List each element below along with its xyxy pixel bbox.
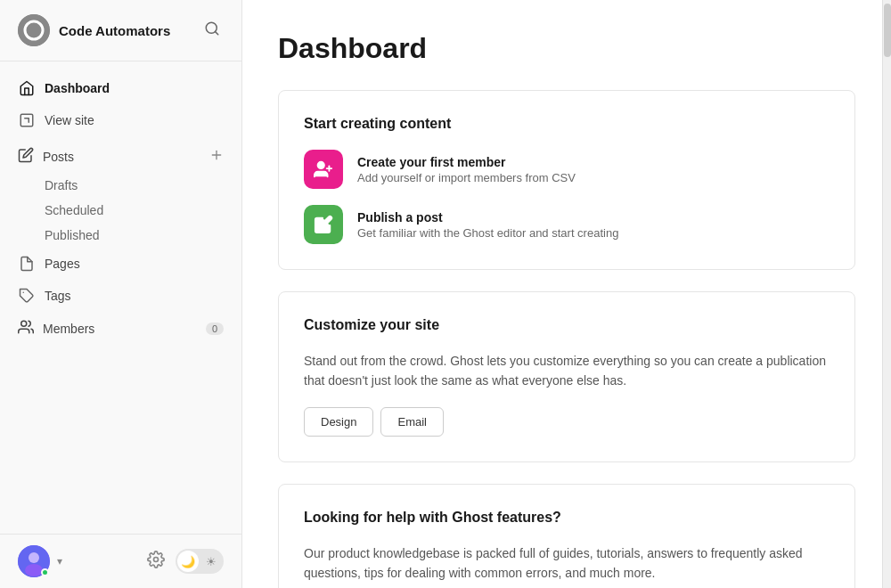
svg-point-11: [25, 564, 43, 576]
create-member-title: Create your first member: [357, 155, 576, 169]
sidebar-item-members[interactable]: Members 0: [0, 312, 241, 345]
home-icon: [18, 79, 36, 97]
sidebar-bottom: ▾ 🌙 ☀: [0, 534, 241, 588]
moon-icon: 🌙: [177, 551, 199, 572]
email-button[interactable]: Email: [380, 407, 444, 437]
sidebar-actions: 🌙 ☀: [147, 549, 224, 574]
sidebar: Code Automators Dashboard View: [0, 0, 242, 588]
publish-post-icon: [304, 205, 343, 244]
svg-point-13: [318, 162, 324, 168]
publish-post-text: Publish a post Get familiar with the Gho…: [357, 210, 618, 240]
sidebar-item-tags[interactable]: Tags: [0, 280, 241, 312]
posts-header[interactable]: Posts: [0, 140, 241, 173]
design-button[interactable]: Design: [304, 407, 373, 437]
search-button[interactable]: [200, 17, 224, 45]
sidebar-item-dashboard-label: Dashboard: [45, 81, 110, 95]
file-icon: [18, 255, 36, 273]
svg-point-8: [21, 321, 27, 326]
create-member-icon: [304, 150, 343, 189]
tag-icon: [18, 287, 36, 305]
customize-desc: Stand out from the crowd. Ghost lets you…: [304, 351, 830, 391]
sidebar-item-view-site[interactable]: View site: [0, 104, 241, 136]
members-label: Members: [43, 322, 94, 336]
create-member-desc: Add yourself or import members from CSV: [357, 171, 576, 184]
help-card: Looking for help with Ghost features? Ou…: [278, 484, 855, 588]
posts-header-left: Posts: [18, 147, 74, 166]
svg-rect-4: [20, 114, 33, 127]
brand-logo: [18, 14, 50, 46]
sun-icon: ☀: [200, 551, 222, 572]
online-indicator: [41, 568, 49, 576]
sidebar-item-scheduled[interactable]: Scheduled: [45, 198, 241, 223]
members-item-left: Members: [18, 319, 94, 338]
main-content: Dashboard Start creating content Create …: [242, 0, 891, 588]
sidebar-item-pages-label: Pages: [45, 257, 80, 271]
help-title: Looking for help with Ghost features?: [304, 510, 830, 526]
scrollbar[interactable]: [882, 0, 891, 588]
publish-post-title: Publish a post: [357, 210, 618, 225]
sidebar-nav: Dashboard View site Posts: [0, 61, 241, 534]
svg-point-12: [154, 557, 159, 561]
sidebar-header: Code Automators: [0, 0, 241, 61]
publish-post-item[interactable]: Publish a post Get familiar with the Gho…: [304, 205, 830, 244]
publish-post-desc: Get familiar with the Ghost editor and s…: [357, 226, 618, 240]
brand-name: Code Automators: [59, 23, 170, 38]
content-wrap: Dashboard Start creating content Create …: [242, 0, 891, 588]
members-icon: [18, 319, 34, 338]
edit-icon: [18, 147, 34, 166]
help-desc: Our product knowledgebase is packed full…: [304, 543, 830, 584]
theme-toggle[interactable]: 🌙 ☀: [176, 549, 224, 574]
settings-button[interactable]: [147, 551, 165, 573]
posts-subnav: Drafts Scheduled Published: [0, 173, 241, 248]
add-post-button[interactable]: [209, 148, 224, 165]
start-creating-title: Start creating content: [304, 116, 830, 132]
sidebar-item-view-site-label: View site: [45, 113, 94, 127]
customize-title: Customize your site: [304, 317, 830, 333]
create-member-text: Create your first member Add yourself or…: [357, 155, 576, 184]
sidebar-item-dashboard[interactable]: Dashboard: [0, 72, 241, 104]
sidebar-item-tags-label: Tags: [45, 289, 71, 303]
members-count-badge: 0: [206, 323, 224, 335]
create-member-item[interactable]: Create your first member Add yourself or…: [304, 150, 830, 189]
posts-label: Posts: [43, 150, 74, 164]
page-title: Dashboard: [278, 32, 855, 65]
svg-point-0: [18, 14, 50, 46]
brand[interactable]: Code Automators: [18, 14, 170, 46]
avatar-wrap: [18, 545, 50, 577]
customize-card: Customize your site Stand out from the c…: [278, 291, 855, 462]
external-link-icon: [18, 111, 36, 129]
sidebar-item-pages[interactable]: Pages: [0, 248, 241, 280]
sidebar-item-published[interactable]: Published: [45, 223, 241, 248]
sidebar-item-drafts[interactable]: Drafts: [45, 173, 241, 198]
start-creating-card: Start creating content Create your first…: [278, 90, 855, 270]
scroll-thumb: [884, 4, 891, 57]
customize-btn-group: Design Email: [304, 407, 830, 437]
posts-section: Posts Drafts Scheduled Published: [0, 140, 241, 248]
user-info[interactable]: ▾: [18, 545, 62, 577]
svg-point-10: [29, 552, 39, 563]
svg-line-3: [215, 31, 217, 34]
chevron-down-icon: ▾: [57, 555, 62, 568]
